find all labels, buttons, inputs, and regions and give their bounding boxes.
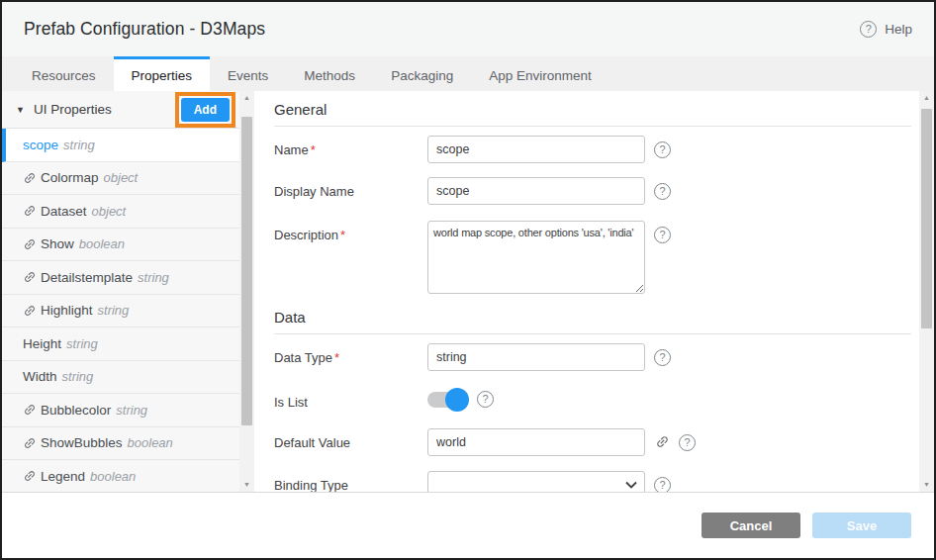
help-icon[interactable]: ?: [477, 391, 494, 408]
property-name: Width: [23, 369, 57, 384]
help-icon[interactable]: ?: [654, 477, 671, 492]
binding-type-row: Binding Type ?: [274, 471, 911, 492]
scroll-up-icon[interactable]: ▲: [919, 91, 934, 105]
default-value-input[interactable]: [427, 428, 645, 456]
properties-form: General Name* ? Display Name ? Descripti…: [254, 91, 919, 492]
help-button[interactable]: ? Help: [860, 21, 912, 38]
required-asterisk: *: [311, 142, 316, 157]
sidebar-item-height[interactable]: Height string: [2, 327, 239, 361]
default-value-row: Default Value ?: [274, 428, 911, 456]
tab-app-environment[interactable]: App Environment: [471, 56, 609, 91]
add-button-highlight: Add: [175, 92, 235, 128]
name-label: Name*: [274, 136, 427, 157]
data-type-input[interactable]: [427, 343, 645, 371]
property-type: string: [62, 369, 94, 384]
dialog-footer: Cancel Save: [2, 493, 934, 558]
sidebar-item-bubblecolor[interactable]: Bubblecolor string: [2, 394, 239, 427]
binding-type-select-wrap: [427, 471, 645, 492]
is-list-toggle[interactable]: [427, 392, 467, 408]
help-icon[interactable]: ?: [679, 434, 696, 451]
binding-link-icon: [23, 171, 37, 185]
binding-type-label: Binding Type: [274, 471, 427, 492]
property-type: string: [116, 403, 147, 418]
sidebar-title: UI Properties: [34, 102, 112, 117]
binding-link-icon: [23, 204, 37, 218]
property-name: Highlight: [41, 303, 93, 318]
sidebar-item-show[interactable]: Show boolean: [2, 229, 239, 262]
binding-link-icon: [23, 270, 37, 284]
sidebar-item-dataset[interactable]: Dataset object: [2, 195, 239, 229]
is-list-row: Is List ?: [274, 388, 911, 410]
property-list: scope string Colormap object Dataset obj…: [2, 129, 239, 492]
binding-link-icon: [23, 469, 37, 483]
main-scrollbar[interactable]: ▲ ▼: [919, 91, 934, 492]
description-row: Description* world map scope, other opti…: [274, 221, 911, 294]
property-name: Bubblecolor: [41, 403, 111, 418]
help-icon[interactable]: ?: [654, 227, 671, 243]
property-name: Legend: [41, 469, 85, 484]
description-textarea[interactable]: world map scope, other options 'usa', 'i…: [427, 221, 645, 294]
cancel-button[interactable]: Cancel: [702, 513, 800, 538]
sidebar-item-width[interactable]: Width string: [2, 361, 239, 395]
name-input[interactable]: [427, 136, 645, 163]
sidebar-item-scope[interactable]: scope string: [2, 129, 239, 162]
sidebar-scrollbar-thumb[interactable]: [241, 117, 252, 425]
tab-properties[interactable]: Properties: [114, 56, 211, 91]
help-icon: ?: [860, 21, 877, 38]
binding-link-icon: [23, 237, 37, 251]
bind-property-link-icon[interactable]: [655, 434, 670, 449]
data-type-label: Data Type*: [274, 343, 427, 365]
name-row: Name* ?: [274, 136, 911, 163]
property-name: Height: [23, 336, 61, 351]
tab-methods[interactable]: Methods: [286, 56, 373, 91]
required-asterisk: *: [334, 350, 339, 365]
sidebar-item-detailstemplate[interactable]: Detailstemplate string: [2, 261, 239, 295]
binding-link-icon: [23, 304, 37, 318]
property-type: string: [138, 270, 169, 285]
section-general-title: General: [274, 98, 911, 127]
dialog-header: Prefab Configuration - D3Maps ? Help: [2, 2, 934, 56]
property-name: Colormap: [41, 170, 99, 185]
display-name-input[interactable]: [427, 177, 645, 205]
property-name: scope: [23, 138, 58, 152]
prefab-configuration-dialog: Prefab Configuration - D3Maps ? Help Res…: [0, 0, 936, 560]
section-data-title: Data: [274, 306, 911, 334]
tab-packaging[interactable]: Packaging: [373, 56, 471, 91]
property-type: object: [92, 204, 127, 219]
tab-resources[interactable]: Resources: [14, 56, 114, 91]
scroll-down-icon[interactable]: ▼: [919, 478, 934, 492]
scroll-up-icon[interactable]: ▲: [239, 91, 254, 105]
property-name: ShowBubbles: [41, 435, 123, 450]
help-icon[interactable]: ?: [654, 349, 671, 366]
save-button[interactable]: Save: [812, 513, 911, 538]
sidebar-item-showbubbles[interactable]: ShowBubbles boolean: [2, 427, 239, 461]
toggle-knob-icon: [445, 388, 469, 412]
description-label: Description*: [274, 221, 427, 242]
binding-type-select[interactable]: [427, 471, 645, 492]
help-icon[interactable]: ?: [654, 183, 671, 200]
scroll-down-icon[interactable]: ▼: [239, 478, 254, 492]
tab-bar: ResourcesPropertiesEventsMethodsPackagin…: [2, 56, 934, 91]
dialog-title: Prefab Configuration - D3Maps: [24, 19, 265, 40]
sidebar-item-colormap[interactable]: Colormap object: [2, 162, 239, 196]
is-list-label: Is List: [274, 388, 427, 410]
property-type: string: [63, 138, 95, 152]
display-name-row: Display Name ?: [274, 177, 911, 205]
property-type: string: [98, 303, 130, 318]
sidebar-scrollbar[interactable]: ▲ ▼: [239, 91, 254, 492]
sidebar-item-highlight[interactable]: Highlight string: [2, 295, 239, 328]
sidebar-item-legend[interactable]: Legend boolean: [2, 460, 239, 492]
main-scrollbar-thumb[interactable]: [921, 109, 932, 328]
property-type: boolean: [79, 236, 125, 251]
property-name: Show: [41, 236, 74, 251]
sidebar-ui-properties: ▼ UI Properties Add scope string Colorma…: [2, 91, 239, 492]
help-label: Help: [885, 22, 912, 37]
binding-link-icon: [23, 436, 37, 450]
help-icon[interactable]: ?: [654, 141, 671, 158]
add-property-button[interactable]: Add: [181, 98, 230, 122]
collapse-caret-icon[interactable]: ▼: [16, 105, 25, 115]
display-name-label: Display Name: [274, 177, 427, 199]
sidebar-header: ▼ UI Properties Add: [2, 91, 239, 129]
property-type: object: [104, 170, 139, 185]
tab-events[interactable]: Events: [210, 56, 286, 91]
